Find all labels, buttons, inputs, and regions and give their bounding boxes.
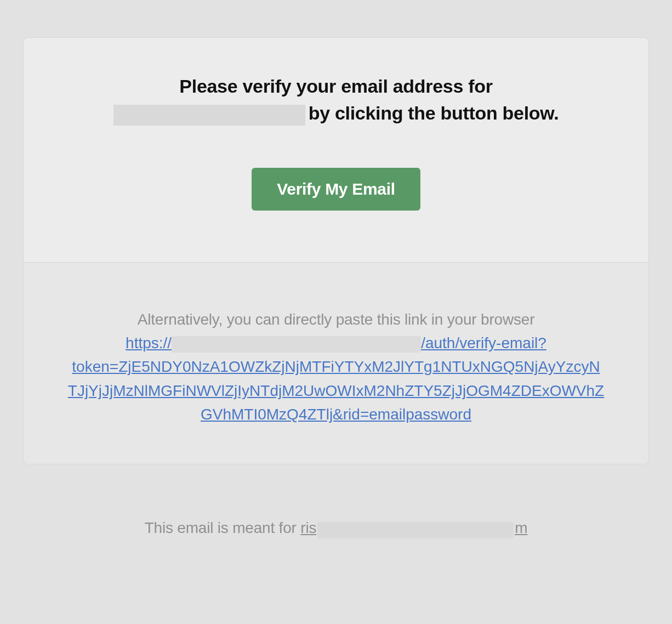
heading-part2: by clicking the button below.	[309, 103, 559, 123]
verify-email-button[interactable]: Verify My Email	[252, 168, 420, 211]
email-card: Please verify your email address for by …	[23, 37, 649, 464]
email-footer: This email is meant for rism	[23, 519, 649, 537]
verification-link[interactable]: https:///auth/verify-email?token=ZjE5NDY…	[68, 334, 604, 423]
alternative-intro: Alternatively, you can directly paste th…	[67, 308, 605, 331]
redacted-domain	[113, 105, 305, 126]
card-bottom-section: Alternatively, you can directly paste th…	[24, 263, 648, 464]
verify-heading: Please verify your email address for by …	[67, 73, 605, 127]
recipient-start: ris	[300, 519, 316, 536]
redacted-recipient	[317, 522, 514, 538]
card-top-section: Please verify your email address for by …	[24, 38, 648, 263]
redacted-host	[172, 336, 421, 353]
heading-part1: Please verify your email address for	[179, 76, 492, 97]
recipient-end: m	[515, 519, 527, 536]
link-prefix: https://	[126, 334, 172, 351]
recipient-email: rism	[300, 519, 527, 536]
footer-prefix: This email is meant for	[145, 519, 301, 536]
